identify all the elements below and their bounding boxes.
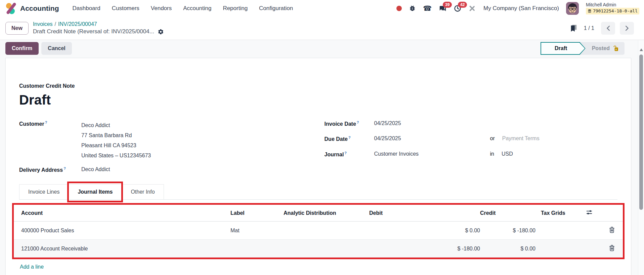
cell-label[interactable]: Mat (230, 222, 284, 240)
tab-other-info[interactable]: Other Info (122, 184, 164, 199)
activities-clock-icon[interactable]: 42 (454, 5, 461, 12)
control-panel: New Invoices/INV/2025/00047 Draft Credit… (0, 16, 644, 40)
activities-badge: 42 (458, 2, 467, 8)
trash-icon (609, 227, 615, 233)
due-date-input[interactable]: 04/25/2025 (374, 135, 490, 142)
help-icon[interactable]: ? (348, 135, 351, 140)
menu-reporting[interactable]: Reporting (218, 2, 252, 14)
delivery-address-value[interactable]: Deco Addict (81, 166, 110, 172)
cell-label[interactable] (230, 240, 284, 258)
customer-address-line2: Pleasant Hill CA 94523 (81, 141, 151, 151)
bookmark-icon[interactable] (570, 24, 577, 32)
add-a-line-link[interactable]: Add a line (19, 264, 44, 270)
due-date-field: Due Date? 04/25/2025 or Payment Terms (325, 135, 617, 142)
user-name: Mitchell Admin (586, 2, 639, 8)
scrollbar-thumb[interactable] (639, 54, 643, 210)
help-icon[interactable]: ? (63, 166, 66, 170)
customer-address-line3: United States – US12345673 (81, 151, 151, 161)
menu-vendors[interactable]: Vendors (146, 2, 176, 14)
customer-address-line1: 77 Santa Barbara Rd (81, 130, 151, 141)
breadcrumb-current: Draft Credit Note (Reversal of: INV/2025… (33, 28, 154, 35)
cell-analytic-distribution[interactable] (284, 240, 369, 258)
build-version-text: 79012254-18-0-all (593, 8, 638, 14)
currency-input[interactable]: USD (502, 151, 617, 157)
scrollbar-up-arrow[interactable] (640, 48, 643, 51)
state-draft-label: Draft (555, 45, 567, 51)
column-header-credit[interactable]: Credit (480, 205, 535, 222)
menu-accounting[interactable]: Accounting (178, 2, 216, 14)
gear-icon[interactable] (158, 29, 164, 35)
bug-icon[interactable] (409, 5, 416, 12)
column-header-analytic-distribution[interactable]: Analytic Distribution (284, 205, 369, 222)
customer-name[interactable]: Deco Addict (81, 120, 151, 130)
unlock-icon (613, 45, 619, 52)
chevron-left-icon (606, 25, 610, 31)
record-indicator-icon[interactable] (396, 6, 402, 11)
tab-invoice-lines[interactable]: Invoice Lines (19, 184, 69, 199)
chevron-right-icon (625, 25, 629, 31)
cell-account[interactable]: 400000 Product Sales (14, 222, 230, 240)
state-posted[interactable]: Posted (580, 42, 625, 55)
journal-label: Journal? (325, 151, 374, 158)
cancel-button[interactable]: Cancel (41, 42, 72, 55)
notebook-tabs: Invoice Lines Journal Items Other Info (19, 184, 617, 200)
column-header-label[interactable]: Label (230, 205, 284, 222)
tab-journal-items[interactable]: Journal Items (69, 184, 122, 199)
messages-badge: 39 (443, 2, 452, 8)
messages-icon[interactable]: 39 (439, 5, 447, 12)
cell-debit[interactable]: $ 0.00 (369, 222, 480, 240)
build-version-tag: 79012254-18-0-all (586, 8, 639, 14)
table-header-row: Account Label Analytic Distribution Debi… (14, 205, 623, 222)
or-label: or (490, 135, 495, 142)
invoice-date-input[interactable]: 04/25/2025 (374, 120, 490, 126)
accounting-app-icon[interactable] (5, 3, 17, 14)
pager-next-button[interactable] (620, 22, 634, 35)
cell-credit[interactable]: $ -180.00 (480, 222, 535, 240)
new-button[interactable]: New (5, 22, 29, 35)
breadcrumb: Invoices/INV/2025/00047 Draft Credit Not… (33, 21, 164, 35)
state-draft[interactable]: Draft (541, 42, 586, 55)
menu-customers[interactable]: Customers (107, 2, 144, 14)
avatar[interactable] (566, 2, 579, 15)
customer-value[interactable]: Deco Addict 77 Santa Barbara Rd Pleasant… (81, 120, 151, 161)
cell-tax-grids[interactable] (535, 222, 586, 240)
delete-row-button[interactable] (586, 240, 623, 258)
customer-field: Customer? Deco Addict 77 Santa Barbara R… (19, 120, 325, 161)
cell-debit[interactable]: $ -180.00 (369, 240, 480, 258)
journal-input[interactable]: Customer Invoices (374, 151, 490, 157)
state-posted-label: Posted (592, 45, 610, 51)
voip-phone-icon[interactable]: ☎ (423, 5, 432, 12)
company-switcher[interactable]: My Company (San Francisco) (483, 5, 559, 12)
document-type-label: Customer Credit Note (19, 83, 617, 89)
payment-terms-input[interactable]: Payment Terms (502, 135, 540, 142)
help-icon[interactable]: ? (344, 151, 347, 155)
table-row[interactable]: 400000 Product Sales Mat $ 0.00 $ -180.0… (14, 222, 623, 240)
invoice-date-label: Invoice Date? (325, 120, 374, 127)
pager-previous-button[interactable] (601, 22, 615, 35)
table-row[interactable]: 121000 Account Receivable $ -180.00 $ 0.… (14, 240, 623, 258)
delete-row-button[interactable] (586, 222, 623, 240)
menu-dashboard[interactable]: Dashboard (68, 2, 105, 14)
breadcrumb-invoices-link[interactable]: Invoices (33, 21, 53, 27)
column-header-account[interactable]: Account (14, 205, 230, 222)
breadcrumb-separator: / (53, 21, 58, 27)
cell-account[interactable]: 121000 Account Receivable (14, 240, 230, 258)
delivery-address-label: Delivery Address? (19, 166, 81, 173)
cell-analytic-distribution[interactable] (284, 222, 369, 240)
cell-credit[interactable]: $ 0.00 (480, 240, 535, 258)
cell-tax-grids[interactable] (535, 240, 586, 258)
trash-icon (609, 245, 615, 251)
menu-configuration[interactable]: Configuration (254, 2, 298, 14)
help-icon[interactable]: ? (357, 120, 359, 124)
confirm-button[interactable]: Confirm (5, 42, 39, 55)
pager-value: 1 / 1 (584, 25, 594, 31)
column-header-debit[interactable]: Debit (369, 205, 480, 222)
optional-columns-header[interactable] (586, 205, 623, 222)
form-sheet: Customer Credit Note Draft Customer? Dec… (5, 58, 631, 275)
vertical-scrollbar[interactable] (638, 40, 644, 275)
user-menu[interactable]: Mitchell Admin 79012254-18-0-all (586, 2, 639, 15)
debug-tools-icon[interactable] (468, 5, 476, 12)
column-header-tax-grids[interactable]: Tax Grids (535, 205, 586, 222)
help-icon[interactable]: ? (45, 120, 47, 124)
breadcrumb-record-link[interactable]: INV/2025/00047 (58, 21, 97, 27)
